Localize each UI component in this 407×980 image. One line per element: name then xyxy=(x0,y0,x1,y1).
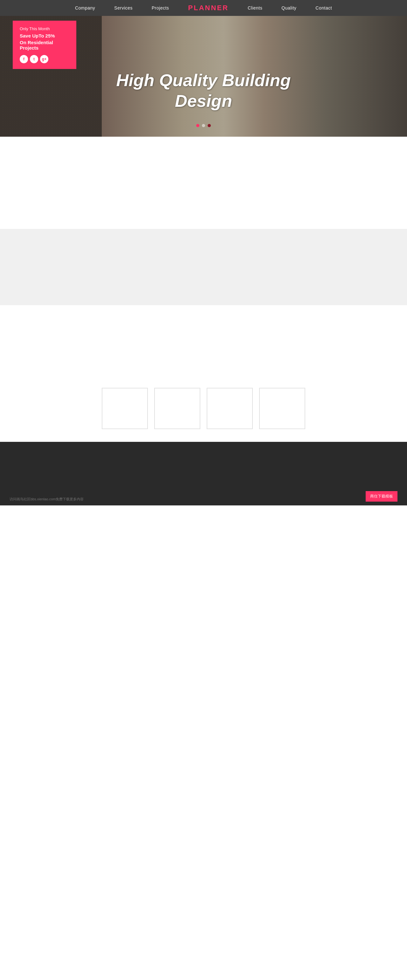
facebook-icon[interactable]: f xyxy=(20,55,28,63)
google-icon[interactable]: g+ xyxy=(40,55,48,63)
nav-projects[interactable]: Projects xyxy=(152,5,169,11)
navigation: Company Services Projects PLANNER Client… xyxy=(0,0,407,16)
gallery-image-4 xyxy=(259,388,305,429)
promo-save-text: Save UpTo 25% xyxy=(20,33,69,38)
carousel-dot-2[interactable] xyxy=(202,124,205,127)
social-icons-group: f t g+ xyxy=(20,55,69,63)
nav-clients[interactable]: Clients xyxy=(248,5,262,11)
gallery-image-2 xyxy=(154,388,200,429)
carousel-dot-1[interactable] xyxy=(196,124,199,127)
nav-services[interactable]: Services xyxy=(114,5,133,11)
nav-quality[interactable]: Quality xyxy=(281,5,296,11)
carousel-dot-3[interactable] xyxy=(208,124,211,127)
section-gallery xyxy=(0,305,407,442)
hero-carousel-dots xyxy=(196,124,211,127)
nav-logo[interactable]: PLANNER xyxy=(188,4,229,12)
hero-title: High Quality Building Design xyxy=(0,70,407,111)
hero-section: Only This Month Save UpTo 25% On Residen… xyxy=(0,16,407,137)
download-button[interactable]: 商住下载模板 xyxy=(366,491,397,501)
twitter-icon[interactable]: t xyxy=(30,55,38,63)
footer-watermark: 访问画鸟社区bbs.xienlao.com免费下载更多内容 xyxy=(10,497,84,501)
section-gray xyxy=(0,229,407,305)
promo-only-month: Only This Month xyxy=(20,26,69,31)
image-grid xyxy=(102,388,305,429)
nav-contact[interactable]: Contact xyxy=(315,5,332,11)
section-white-1 xyxy=(0,137,407,229)
footer: 访问画鸟社区bbs.xienlao.com免费下载更多内容 商住下载模板 xyxy=(0,442,407,506)
gallery-image-3 xyxy=(207,388,253,429)
promo-on-residential: On Residential Projects xyxy=(20,40,69,51)
nav-company[interactable]: Company xyxy=(75,5,95,11)
gallery-image-1 xyxy=(102,388,148,429)
hero-promo-box: Only This Month Save UpTo 25% On Residen… xyxy=(13,21,76,69)
